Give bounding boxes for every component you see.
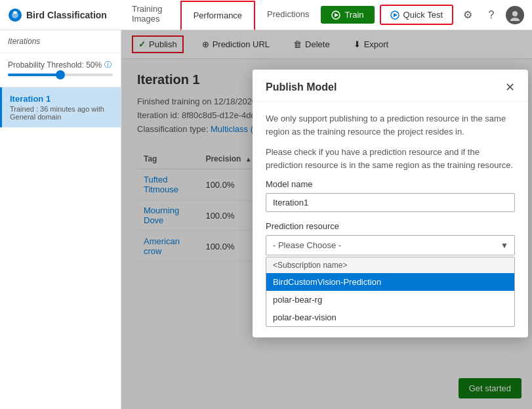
svg-point-7: [512, 11, 518, 16]
avatar[interactable]: [506, 6, 524, 24]
main-content: ✓ Publish ⊕ Prediction URL 🗑 Delete ⬇ Ex…: [121, 30, 532, 409]
prob-slider-fill: [8, 74, 60, 76]
iteration-1-item[interactable]: Iteration 1 Trained : 36 minutes ago wit…: [0, 87, 121, 127]
help-button[interactable]: ?: [482, 6, 501, 24]
train-button[interactable]: Train: [321, 6, 374, 24]
iteration-1-title: Iteration 1: [10, 94, 113, 104]
tab-performance[interactable]: Performance: [180, 1, 255, 31]
modal-close-button[interactable]: ✕: [505, 80, 515, 95]
modal-body: We only support publishing to a predicti…: [253, 102, 528, 337]
avatar-icon: [509, 9, 521, 21]
model-name-input[interactable]: [266, 193, 515, 212]
svg-point-2: [13, 11, 17, 14]
prob-label: Probability Threshold: 50% ⓘ: [8, 60, 113, 70]
quick-test-button[interactable]: Quick Test: [380, 5, 453, 25]
prob-slider-thumb[interactable]: [56, 70, 65, 79]
prediction-resource-label: Prediction resource: [266, 221, 515, 231]
dropdown-option-2[interactable]: polar-bear-vision: [266, 309, 514, 326]
iterations-section: Iterations: [0, 30, 121, 53]
svg-marker-4: [335, 13, 338, 17]
header-actions: Train Quick Test ⚙ ?: [321, 5, 524, 25]
model-name-label: Model name: [266, 179, 515, 189]
modal-desc-1: We only support publishing to a predicti…: [266, 112, 515, 138]
settings-button[interactable]: ⚙: [459, 6, 477, 24]
main-layout: Iterations Probability Threshold: 50% ⓘ …: [0, 30, 532, 409]
dropdown-option-1[interactable]: polar-bear-rg: [266, 291, 514, 309]
train-icon: [331, 11, 340, 20]
prob-threshold-section: Probability Threshold: 50% ⓘ: [0, 53, 121, 87]
logo-icon: [8, 8, 22, 22]
svg-point-8: [510, 18, 520, 21]
iteration-1-subtitle: Trained : 36 minutes ago with General do…: [10, 105, 113, 121]
sidebar: Iterations Probability Threshold: 50% ⓘ …: [0, 30, 121, 409]
tab-training-images[interactable]: Training Images: [120, 0, 180, 30]
modal-title: Publish Model: [266, 81, 337, 93]
dropdown-group-label: <Subscription name>: [266, 257, 514, 273]
modal-header: Publish Model ✕: [253, 70, 528, 102]
modal-desc-2: Please check if you have a prediction re…: [266, 146, 515, 171]
main-nav: Training Images Performance Predictions: [120, 0, 321, 30]
tab-predictions[interactable]: Predictions: [255, 0, 321, 30]
app-logo: Bird Classification: [8, 8, 107, 22]
prob-slider-track: [8, 74, 113, 76]
svg-marker-6: [394, 13, 398, 17]
modal-overlay: Publish Model ✕ We only support publishi…: [121, 30, 532, 409]
prediction-resource-select[interactable]: - Please Choose -: [266, 235, 515, 255]
quick-test-icon: [390, 11, 399, 20]
publish-modal: Publish Model ✕ We only support publishi…: [253, 70, 528, 337]
dropdown-open: <Subscription name> BirdCustomVision-Pre…: [266, 257, 515, 327]
iterations-label: Iterations: [8, 37, 40, 46]
prediction-resource-select-wrap: - Please Choose - ▼: [266, 235, 515, 255]
app-title: Bird Classification: [26, 10, 107, 20]
app-header: Bird Classification Training Images Perf…: [0, 0, 532, 30]
dropdown-option-0[interactable]: BirdCustomVision-Prediction: [266, 273, 514, 291]
